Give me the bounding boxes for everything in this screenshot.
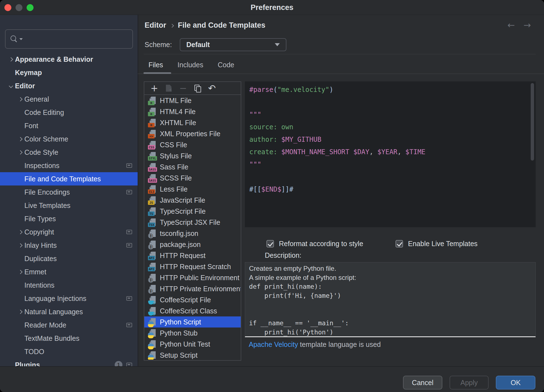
list-item-label: Python Stub [160,329,197,337]
sidebar-item-file-encodings[interactable]: File Encodings [0,185,138,199]
sidebar-item-inspections[interactable]: Inspections [0,159,138,172]
sidebar-item-file-types[interactable]: File Types [0,212,138,225]
list-item-http-request-scratch[interactable]: APIHTTP Request Scratch [144,261,241,272]
description-box[interactable]: Creates an empty Python file.A simple ex… [245,262,536,337]
sidebar-item-keymap[interactable]: Keymap [0,66,138,79]
copy-template-icon[interactable] [190,83,205,94]
list-item-html-file[interactable]: HHTML File [144,95,241,106]
list-item-coffeescript-file[interactable]: CoffeeScript File [144,294,241,305]
list-item-coffeescript-class[interactable]: CoffeeScript Class [144,305,241,316]
reset-template-icon[interactable]: ↶ [205,83,219,94]
chevron-right-icon[interactable] [18,310,22,314]
sidebar-item-file-and-code-templates[interactable]: File and Code Templates [0,172,138,185]
sidebar-item-intentions[interactable]: Intentions [0,278,138,292]
sidebar-item-editor[interactable]: Editor [0,79,138,92]
list-item-setup-script[interactable]: Setup Script [144,350,241,360]
monitor-icon [126,296,132,301]
apply-button[interactable]: Apply [450,376,489,390]
sidebar-item-font[interactable]: Font [0,119,138,132]
back-arrow-icon[interactable]: ← [507,20,515,30]
chevron-right-icon[interactable] [18,150,22,154]
chevron-right-icon[interactable] [18,137,22,141]
search-history-chevron-icon[interactable] [19,38,23,40]
list-item-python-stub[interactable]: Python Stub [144,327,241,339]
chevron-right-icon[interactable] [18,97,22,101]
list-item-label: CoffeeScript Class [160,307,217,315]
sidebar-item-color-scheme[interactable]: Color Scheme [0,132,138,146]
breadcrumb-page: File and Code Templates [178,21,265,30]
reformat-checkbox[interactable] [266,240,274,247]
list-item-python-script[interactable]: Python Script [144,316,241,327]
list-item-xhtml-file[interactable]: HXHTML File [144,117,241,128]
list-item-less-file[interactable]: {L}Less File [144,184,241,195]
remove-template-icon[interactable]: − [176,83,190,94]
create-child-template-icon[interactable] [161,83,176,94]
tab-files[interactable]: Files [148,59,163,71]
template-list-toolbar: + − ↶ [144,82,241,95]
code-line: #[[$END$]]# [249,183,536,196]
chevron-right-icon[interactable] [18,243,22,247]
sidebar-item-label: Inspections [24,162,59,170]
window-title: Preferences [0,0,544,15]
apache-velocity-link[interactable]: Apache Velocity [249,341,298,348]
reformat-option[interactable]: Reformat according to style [266,240,363,248]
list-item-http-private-environment-fi[interactable]: {}HTTP Private Environment Fi [144,283,241,294]
list-item-typescript-file[interactable]: TSTypeScript File [144,206,241,217]
list-item-package-json[interactable]: {}package.json [144,239,241,250]
ok-button[interactable]: OK [496,376,535,390]
breadcrumb-editor[interactable]: Editor [145,21,166,30]
sidebar-item-todo[interactable]: TODO [0,345,138,358]
list-item-stylus-file[interactable]: STYLStylus File [144,150,241,161]
sidebar-item-code-editing[interactable]: Code Editing [0,106,138,119]
sidebar-item-copyright[interactable]: Copyright [0,225,138,239]
sidebar-item-language-injections[interactable]: Language Injections [0,292,138,305]
sidebar-item-appearance-behavior[interactable]: Appearance & Behavior [0,53,138,66]
chevron-down-icon[interactable] [9,84,13,88]
forward-arrow-icon[interactable]: → [524,20,531,30]
live-templates-checkbox[interactable] [396,240,403,247]
sidebar-item-general[interactable]: General [0,92,138,106]
sidebar-item-duplicates[interactable]: Duplicates [0,252,138,265]
description-line: print_hi('Python') [249,328,535,337]
chevron-right-icon[interactable] [9,57,13,61]
code-line: source: own [249,121,536,133]
live-templates-option[interactable]: Enable Live Templates [396,240,478,248]
settings-tree: Appearance & BehaviorKeymapEditorGeneral… [0,53,138,366]
list-item-label: HTTP Request Scratch [160,263,231,271]
list-item-label: CSS File [160,141,187,149]
sidebar-item-live-templates[interactable]: Live Templates [0,199,138,212]
add-template-icon[interactable]: + [147,83,161,94]
template-editor[interactable]: #parse("me.velocity") """source: ownauth… [245,81,536,227]
sidebar-item-label: Plugins [15,361,40,367]
list-item-python-unit-test[interactable]: Python Unit Test [144,339,241,350]
list-item-http-request[interactable]: APIHTTP Request [144,250,241,261]
cancel-button[interactable]: Cancel [403,376,442,390]
list-item-sass-file[interactable]: SASSSass File [144,161,241,172]
list-item-http-public-environment-fil[interactable]: {}HTTP Public Environment Fil [144,272,241,283]
list-item-tsconfig-json[interactable]: {}tsconfig.json [144,228,241,239]
editor-scrollbar[interactable] [531,83,534,161]
scheme-dropdown[interactable]: Default [180,38,286,51]
sidebar-item-textmate-bundles[interactable]: TextMate Bundles [0,332,138,345]
list-item-css-file[interactable]: CSSCSS File [144,139,241,150]
list-item-scss-file[interactable]: SASSSCSS File [144,172,241,184]
sidebar-item-emmet[interactable]: Emmet [0,265,138,278]
list-item-label: Stylus File [160,152,192,160]
sidebar-item-natural-languages[interactable]: Natural Languages [0,305,138,318]
chevron-right-icon[interactable] [18,230,22,234]
sidebar-item-inlay-hints[interactable]: Inlay Hints [0,239,138,252]
tab-includes[interactable]: Includes [178,59,203,71]
settings-sidebar: Appearance & BehaviorKeymapEditorGeneral… [0,15,138,366]
sidebar-item-reader-mode[interactable]: Reader Mode [0,318,138,332]
sidebar-item-plugins[interactable]: Plugins1 [0,358,138,366]
description-line [249,300,535,310]
list-item-html4-file[interactable]: HHTML4 File [144,106,241,117]
tab-code[interactable]: Code [218,59,234,71]
monitor-icon [126,163,132,168]
list-item-typescript-jsx-file[interactable]: TSXTypeScript JSX File [144,217,241,228]
sidebar-item-code-style[interactable]: Code Style [0,146,138,159]
list-item-xml-properties-file[interactable]: <>XML Properties File [144,128,241,139]
list-item-javascript-file[interactable]: JSJavaScript File [144,195,241,206]
search-input[interactable] [5,29,133,49]
chevron-right-icon[interactable] [18,270,22,274]
